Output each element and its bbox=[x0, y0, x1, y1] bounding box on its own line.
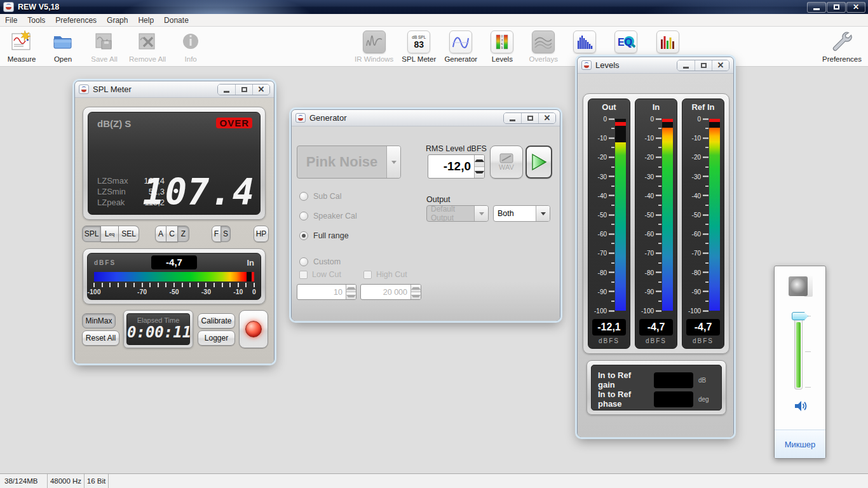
spl-bar-black bbox=[247, 272, 252, 281]
generator-title-bar[interactable]: Generator ✕ bbox=[292, 110, 560, 126]
high-cut-freq-spinner[interactable]: 20 000 bbox=[360, 284, 421, 300]
high-freq-spin-up[interactable] bbox=[411, 285, 421, 292]
spl-maximize-button[interactable] bbox=[235, 85, 252, 95]
main-title-bar: REW V5,18 ✕ bbox=[0, 0, 868, 14]
low-cut-checkbox[interactable]: Low Cut bbox=[299, 270, 341, 279]
reset-all-button[interactable]: Reset All bbox=[82, 330, 119, 346]
rms-spin-down[interactable] bbox=[475, 166, 484, 179]
toolbar-levels-button[interactable]: 03 69 Levels bbox=[485, 29, 519, 63]
high-cut-checkbox[interactable]: High Cut bbox=[363, 270, 407, 279]
rms-spin-up[interactable] bbox=[475, 155, 484, 166]
generator-close-button[interactable]: ✕ bbox=[538, 113, 555, 123]
main-minimize-button[interactable] bbox=[807, 2, 826, 13]
toolbar-save-all-button[interactable]: Save All bbox=[88, 29, 121, 63]
low-freq-spin-up[interactable] bbox=[346, 285, 356, 292]
menu-help[interactable]: Help bbox=[133, 15, 159, 26]
mixer-link[interactable]: Микшер bbox=[775, 430, 825, 458]
custom-radio[interactable]: Custom bbox=[299, 257, 341, 266]
main-restore-button[interactable] bbox=[827, 2, 846, 13]
calibrate-button[interactable]: Calibrate bbox=[198, 313, 235, 329]
main-close-button[interactable]: ✕ bbox=[846, 2, 865, 13]
toolbar-ir-windows-label: IR Windows bbox=[355, 55, 393, 63]
leq-button[interactable]: Leq bbox=[101, 226, 119, 242]
rms-level-value: -12,0 bbox=[428, 155, 474, 178]
signal-type-combo[interactable]: Pink Noise bbox=[297, 146, 401, 179]
spl-weighting-buttons: A C Z bbox=[155, 226, 189, 242]
low-freq-spin-down[interactable] bbox=[346, 292, 356, 299]
levels-window-title: Levels bbox=[595, 60, 620, 70]
levels-title-bar[interactable]: Levels ✕ bbox=[578, 57, 733, 74]
signal-type-value: Pink Noise bbox=[297, 146, 386, 178]
toolbar-ir-windows-button[interactable]: IR Windows bbox=[355, 29, 393, 63]
spl-meter-title-bar[interactable]: SPL Meter ✕ bbox=[75, 81, 274, 98]
svg-text:9: 9 bbox=[501, 46, 503, 50]
wav-button[interactable]: WAV bbox=[490, 146, 523, 179]
radio-icon bbox=[299, 212, 308, 220]
play-button[interactable] bbox=[526, 146, 552, 179]
hp-filter-button[interactable]: HP bbox=[254, 226, 269, 242]
levels-close-button[interactable]: ✕ bbox=[712, 60, 729, 71]
toolbar-info-label: Info bbox=[185, 55, 197, 63]
toolbar-open-button[interactable]: Open bbox=[46, 29, 79, 63]
meter-readout: -4,7 bbox=[639, 319, 673, 336]
toolbar-measure-button[interactable]: Measure bbox=[5, 29, 38, 63]
spl-meter-window-title: SPL Meter bbox=[93, 85, 132, 94]
open-folder-icon bbox=[51, 29, 75, 55]
menu-graph[interactable]: Graph bbox=[102, 15, 133, 26]
toolbar-spl-meter-button[interactable]: dB SPL 83 SPL Meter bbox=[402, 29, 436, 63]
high-freq-spin-down[interactable] bbox=[411, 292, 421, 299]
toolbar-remove-all-button[interactable]: Remove All bbox=[129, 29, 166, 63]
c-weighting-button[interactable]: C bbox=[166, 226, 178, 242]
levels-maximize-button[interactable] bbox=[695, 60, 712, 71]
remove-all-icon bbox=[135, 29, 159, 55]
speaker-device-icon bbox=[787, 274, 814, 299]
sel-button[interactable]: SEL bbox=[119, 226, 139, 242]
mute-speaker-icon[interactable] bbox=[793, 398, 808, 416]
minmax-button[interactable]: MinMax bbox=[82, 313, 116, 329]
in-to-ref-gain-label: In to Ref gain bbox=[598, 370, 649, 390]
output-device-combo[interactable]: Default Output bbox=[426, 205, 489, 222]
menu-tools[interactable]: Tools bbox=[22, 15, 50, 26]
combo-arrow-icon bbox=[474, 206, 488, 221]
low-cut-freq-spinner[interactable]: 10 bbox=[297, 284, 356, 300]
menu-file[interactable]: File bbox=[0, 15, 22, 26]
sub-cal-radio[interactable]: Sub Cal bbox=[299, 192, 341, 201]
record-button[interactable] bbox=[239, 310, 268, 348]
spl-button[interactable]: SPL bbox=[82, 226, 101, 242]
generator-maximize-button[interactable] bbox=[521, 113, 538, 123]
spl-speed-buttons: F S bbox=[212, 226, 231, 242]
fast-button[interactable]: F bbox=[212, 226, 221, 242]
volume-slider-thumb[interactable] bbox=[792, 312, 808, 320]
slow-button[interactable]: S bbox=[221, 226, 231, 242]
toolbar-overlays-button[interactable]: Overlays bbox=[527, 29, 560, 63]
spl-minimize-button[interactable] bbox=[218, 85, 235, 95]
toolbar-preferences-button[interactable]: Preferences bbox=[822, 29, 862, 63]
levels-icon: 03 69 bbox=[491, 29, 513, 55]
toolbar-generator-button[interactable]: Generator bbox=[444, 29, 477, 63]
a-weighting-button[interactable]: A bbox=[155, 226, 166, 242]
spl-close-button[interactable]: ✕ bbox=[252, 85, 269, 95]
speaker-cal-radio[interactable]: Speaker Cal bbox=[299, 212, 357, 220]
menu-preferences[interactable]: Preferences bbox=[50, 15, 102, 26]
toolbar-remove-all-label: Remove All bbox=[129, 55, 166, 63]
levels-minimize-button[interactable] bbox=[677, 60, 695, 71]
rms-level-spinner[interactable]: -12,0 bbox=[428, 154, 485, 179]
level-bar bbox=[709, 119, 720, 311]
spl-weighting-mode: dB(Z) S bbox=[97, 118, 131, 129]
in-to-ref-panel: In to Ref gain dB In to Ref phase deg bbox=[587, 360, 726, 415]
combo-arrow-icon bbox=[386, 146, 400, 178]
measure-icon bbox=[10, 29, 34, 55]
generator-minimize-button[interactable] bbox=[504, 113, 521, 123]
spl-meter-icon: dB SPL 83 bbox=[407, 29, 430, 55]
menu-donate[interactable]: Donate bbox=[159, 15, 194, 26]
status-bar: 38/124MB 48000 Hz 16 Bit bbox=[0, 473, 868, 488]
elapsed-time-panel: Elapsed Time 0:00:11 bbox=[123, 310, 193, 348]
toolbar-info-button[interactable]: Info bbox=[174, 29, 207, 63]
logger-button[interactable]: Logger bbox=[198, 330, 235, 346]
in-to-ref-gain-value bbox=[654, 372, 693, 388]
z-weighting-button[interactable]: Z bbox=[178, 226, 189, 242]
full-range-radio[interactable]: Full range bbox=[299, 231, 349, 240]
output-channel-combo[interactable]: Both bbox=[493, 205, 550, 222]
in-to-ref-phase-value bbox=[654, 391, 693, 407]
wav-button-label: WAV bbox=[499, 163, 514, 171]
